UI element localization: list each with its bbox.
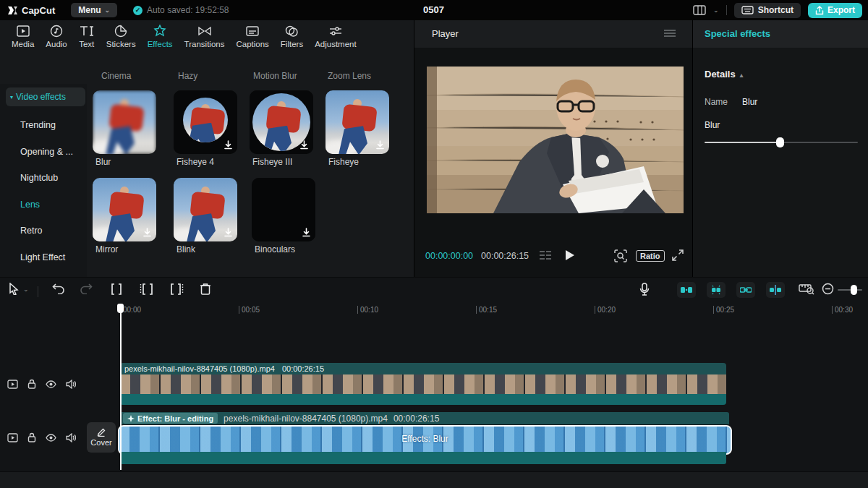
shortcut-button-label: Shortcut: [758, 5, 793, 15]
blur-slider-label: Blur: [705, 120, 720, 130]
inspector-title: Special effects: [705, 28, 770, 39]
zoom-to-fit-icon[interactable]: [799, 283, 814, 295]
eye-icon[interactable]: [46, 434, 56, 442]
slider-handle[interactable]: [776, 137, 784, 147]
timeline-zoom-handle[interactable]: [851, 285, 857, 295]
eye-icon[interactable]: [46, 380, 56, 388]
tab-media[interactable]: Media: [6, 22, 40, 51]
tab-transitions-label: Transitions: [184, 40, 225, 48]
timeline-zoom-slider[interactable]: [838, 289, 862, 291]
link-clips-toggle[interactable]: [736, 282, 755, 298]
effect-name-value: Blur: [742, 97, 757, 107]
effect-name: Fisheye 4: [176, 157, 249, 167]
filters-icon: [284, 25, 299, 38]
time-ruler[interactable]: 00:00 00:05 00:10 00:15 00:20 00:25 00:3…: [0, 304, 868, 320]
delete-icon[interactable]: [200, 283, 211, 296]
tab-adjustment[interactable]: Adjustment: [309, 22, 362, 51]
playhead-handle[interactable]: [117, 304, 124, 313]
select-cursor-icon[interactable]: [9, 283, 20, 295]
tab-effects[interactable]: Effects: [142, 22, 179, 51]
video-preview[interactable]: [427, 67, 684, 213]
chevron-down-icon: ⌄: [105, 7, 111, 14]
speaker-icon[interactable]: [66, 433, 76, 442]
zoom-out-icon[interactable]: [822, 283, 834, 295]
delete-left-icon[interactable]: [140, 283, 154, 296]
effect-clip-selected[interactable]: Effects: Blur: [118, 425, 732, 455]
delete-right-icon[interactable]: [169, 283, 184, 296]
tab-audio-label: Audio: [46, 40, 67, 48]
speaker-icon[interactable]: [66, 380, 76, 389]
fullscreen-icon[interactable]: [672, 249, 684, 261]
effect-thumb-fisheye-iii[interactable]: [250, 90, 313, 154]
lock-icon[interactable]: [27, 432, 36, 442]
media-icon: [16, 25, 30, 38]
sidebar-video-effects[interactable]: ▾ Video effects: [6, 87, 85, 106]
cursor-chevron-icon[interactable]: ⌄: [23, 286, 29, 293]
caret-up-icon: ▴: [740, 72, 744, 79]
tab-captions[interactable]: Captions: [230, 22, 274, 51]
details-section-toggle[interactable]: Details▴: [705, 69, 743, 80]
effect-thumb-blur[interactable]: [93, 90, 156, 154]
magnetic-snap-toggle[interactable]: [677, 282, 696, 298]
preview-axis-toggle[interactable]: [766, 282, 785, 298]
sidebar-item-retro[interactable]: Retro: [20, 226, 43, 236]
tab-transitions[interactable]: Transitions: [179, 22, 231, 51]
video-clip[interactable]: pexels-mikhail-nilov-8847405 (1080p).mp4…: [120, 363, 726, 405]
sidebar-item-opening[interactable]: Opening & ...: [20, 147, 73, 157]
timeline: ⌄ 00:: [0, 278, 868, 488]
category-hazy[interactable]: Hazy: [178, 71, 197, 81]
tab-text[interactable]: Text: [73, 22, 101, 51]
export-button[interactable]: Export: [808, 3, 862, 18]
effect-thumb-blink[interactable]: [174, 178, 237, 241]
sidebar-item-lens[interactable]: Lens: [20, 200, 40, 210]
blur-slider[interactable]: [705, 137, 858, 147]
undo-icon[interactable]: [52, 283, 65, 294]
sidebar-item-trending[interactable]: Trending: [20, 120, 56, 130]
effect-track-header: Effect: Blur - editing pexels-mikhail-ni…: [120, 412, 729, 424]
sidebar-item-light-effect[interactable]: Light Effect: [20, 252, 65, 262]
record-voiceover-icon[interactable]: [639, 283, 650, 296]
video-clip-filmstrip: [120, 374, 726, 394]
topbar-divider: [726, 5, 727, 15]
player-menu-icon[interactable]: [663, 29, 676, 38]
playhead-line[interactable]: [120, 305, 122, 470]
playback-lines-icon[interactable]: [539, 249, 552, 261]
toolbar-divider: [38, 286, 38, 297]
menu-button[interactable]: Menu ⌄: [71, 3, 117, 17]
top-bar: CapCut Menu ⌄ ✓ Auto saved: 19:52:58 050…: [0, 0, 868, 20]
tab-audio[interactable]: Audio: [40, 22, 72, 51]
layout-chevron-icon[interactable]: ⌄: [713, 7, 719, 14]
category-cinema[interactable]: Cinema: [101, 71, 131, 81]
tab-filters[interactable]: Filters: [275, 22, 309, 51]
redo-icon[interactable]: [80, 283, 93, 294]
tab-stickers[interactable]: Stickers: [101, 22, 142, 51]
effect-thumb-binoculars[interactable]: [252, 178, 315, 241]
layout-icon[interactable]: [693, 5, 706, 15]
download-icon: [375, 140, 386, 150]
tab-media-label: Media: [12, 40, 34, 48]
category-motion-blur[interactable]: Motion Blur: [253, 71, 297, 81]
auto-highlight-toggle[interactable]: [707, 282, 726, 298]
shortcut-button[interactable]: Shortcut: [734, 3, 801, 18]
effect-thumb-mirror[interactable]: [93, 178, 156, 241]
timeline-toolbar: ⌄: [0, 281, 868, 302]
preview-quality-icon[interactable]: [614, 249, 627, 262]
download-icon: [299, 140, 310, 150]
tab-adjustment-label: Adjustment: [315, 40, 357, 48]
play-button[interactable]: [565, 249, 575, 261]
video-track-controls: [0, 373, 87, 395]
cover-button[interactable]: Cover: [87, 422, 116, 453]
lock-icon[interactable]: [27, 379, 36, 389]
sidebar-item-nightclub[interactable]: Nightclub: [20, 173, 58, 183]
effect-thumb-fisheye[interactable]: [326, 90, 389, 154]
split-icon[interactable]: [110, 283, 123, 296]
effect-thumb-fisheye-4[interactable]: [174, 90, 237, 154]
ratio-button[interactable]: Ratio: [636, 250, 665, 262]
video-clip-audio-strip: [120, 394, 726, 405]
effect-name: Mirror: [95, 244, 168, 254]
category-zoom-lens[interactable]: Zoom Lens: [328, 71, 371, 81]
slider-track-empty: [780, 142, 858, 143]
effect-track-filename: pexels-mikhail-nilov-8847405 (1080p).mp4: [224, 414, 388, 424]
capcut-logo-icon: [7, 6, 18, 15]
duration-timecode: 00:00:26:15: [481, 251, 529, 261]
